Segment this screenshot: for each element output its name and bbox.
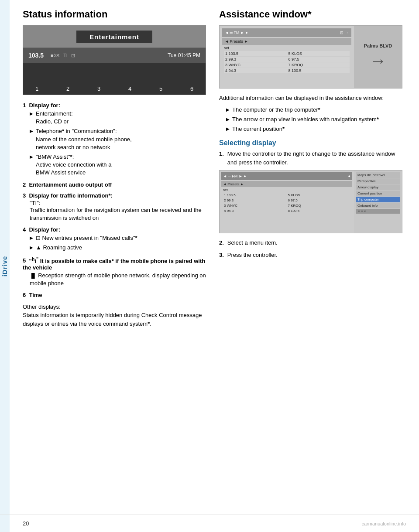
assist-cell-3: 2 99.3 — [224, 57, 287, 62]
menu-item-1: Maps dir. of travel — [356, 172, 400, 178]
assist-cell-4: 6 97.5 — [287, 57, 350, 62]
bullet-arrow-1: ▶ — [226, 107, 230, 113]
screen-num-2: 2 — [66, 85, 69, 92]
bullet-3: ▶ The current position* — [226, 125, 402, 133]
map-arrow-icon: → — [369, 51, 387, 71]
assist-screen1-right: Palms BLVD → — [354, 26, 402, 88]
menu-item-4: Current position — [356, 191, 400, 196]
right-title: Assistance window* — [219, 9, 402, 20]
right-column: Assistance window* ◄ ═ FM ► ● ⊡ → ◄ Pres… — [219, 9, 402, 328]
assistance-screen-2: ◄ ═ FM ► ● ● ◄ Presets ► set 1 103.5 5 K… — [219, 170, 402, 233]
subitem-1-2-text: Telephone* in "Communication":Name of th… — [36, 127, 132, 151]
assist-presets-bar: ◄ Presets ► — [222, 38, 351, 45]
screen-freq: 103.5 — [28, 52, 44, 59]
screen-top-area: Entertainment — [23, 26, 206, 48]
left-title: Status information — [23, 9, 206, 20]
assistance-screen-1: ◄ ═ FM ► ● ⊡ → ◄ Presets ► set 1 103.5 5… — [219, 25, 402, 89]
assist-cell-2: 5 KLOS — [287, 51, 350, 56]
arrow-icon-4: ▶ — [30, 235, 33, 241]
assist2-cell-6: 7 KROQ — [287, 203, 351, 208]
step-2-number: 2. — [219, 239, 224, 247]
screen-bottom: 1 2 3 4 5 6 — [23, 63, 206, 95]
bullet-1: ▶ The computer or the trip computer* — [226, 106, 402, 114]
screen-num-6: 6 — [190, 85, 193, 92]
bullet-2: ▶ The arrow or map view in vehicles with… — [226, 116, 402, 123]
menu-item-2: Perspective — [356, 178, 400, 184]
item-3-number: 3 Display for traffic information*: — [23, 192, 206, 199]
assist-screen2-left: ◄ ═ FM ► ● ● ◄ Presets ► set 1 103.5 5 K… — [220, 171, 354, 233]
assist2-topbar-text: ◄ ═ FM ► ● — [223, 174, 246, 178]
item-6-label: Time — [29, 292, 42, 298]
watermark-text: carmanualonline.info — [361, 521, 406, 526]
assist-corner-icon: ⊡ → — [340, 31, 349, 35]
subitem-1-3: ▶ "BMW Assist"*:Active voice connection … — [30, 153, 206, 177]
item-1-number: 1 Display for: — [23, 102, 206, 109]
item-3-detail: "TI": — [30, 200, 206, 206]
list-item-4: 4 Display for: ▶ ⊡ New entries present i… — [23, 226, 206, 252]
item-3-detail2: Traffic information for the navigation s… — [30, 206, 206, 222]
menu-item-6: Onboard info — [356, 203, 400, 208]
item-1-label: Display for: — [29, 102, 60, 109]
entertainment-label: Entertainment — [76, 31, 152, 43]
arrow-icon-1: ▶ — [30, 111, 33, 117]
screen-numbers-row: 1 2 3 4 5 6 — [28, 85, 200, 92]
sidebar-label: iDrive — [1, 256, 9, 276]
assist2-cell-3: 2 99.3 — [223, 198, 287, 203]
assist2-cell-5: 3 WNYC — [223, 203, 287, 208]
assist-cell-1: 1 103.5 — [224, 51, 287, 56]
icon-phone: ⊡ — [71, 53, 75, 58]
item-6-number: 6 Time — [23, 292, 206, 298]
item-4-number: 4 Display for: — [23, 226, 206, 233]
arrow-icon-2: ▶ — [30, 128, 33, 134]
left-column: Status information Entertainment 103.5 ■… — [23, 9, 206, 328]
step-3-text: Press the controller. — [227, 251, 278, 259]
step-1-text: Move the controller to the right to chan… — [227, 150, 402, 167]
footer: 20 carmanualonline.info — [0, 515, 419, 532]
screen-num-5: 5 — [159, 85, 162, 92]
menu-item-3: Arrow display — [356, 184, 400, 190]
bullet-1-text: The computer or the trip computer* — [232, 106, 320, 114]
item-4-subitems: ▶ ⊡ New entries present in "Missed calls… — [30, 234, 206, 252]
step-3: 3. Press the controller. — [219, 251, 402, 259]
item-5-detail: ▐▌ Reception strength of mobile phone ne… — [30, 272, 206, 287]
assist2-set-label: set — [221, 188, 352, 192]
subitem-1-1: ▶ Entertainment:Radio, CD or — [30, 110, 206, 126]
assist2-cell-1: 1 103.5 — [223, 193, 287, 198]
step-2-text: Select a menu item. — [227, 239, 278, 247]
subitem-1-2: ▶ Telephone* in "Communication":Name of … — [30, 127, 206, 151]
icon-ti: TI — [63, 53, 68, 58]
bullet-2-text: The arrow or map view in vehicles with n… — [232, 116, 379, 123]
step-1: 1. Move the controller to the right to c… — [219, 150, 402, 167]
subitem-4-1-text: ⊡ New entries present in "Missed calls"* — [36, 234, 137, 242]
assist2-cell-8: 8 100.5 — [287, 208, 351, 213]
item-1-subitems: ▶ Entertainment:Radio, CD or ▶ Telephone… — [30, 110, 206, 177]
menu-item-5-active[interactable]: Trip computer — [356, 197, 400, 202]
list-item-2: 2 Entertainment audio output off — [23, 181, 206, 188]
item-5-label: "hi" It is possible to make calls* if th… — [23, 258, 205, 271]
assist2-cell-7: 4 94.3 — [223, 208, 287, 213]
screen-time: Tue 01:45 PM — [168, 52, 200, 58]
icon-mute: ■◊✕ — [51, 53, 60, 58]
list-item-3: 3 Display for traffic information*: "TI"… — [23, 192, 206, 222]
bullet-arrow-2: ▶ — [226, 116, 230, 123]
assist-cell-7: 4 94.3 — [224, 68, 287, 73]
step-2: 2. Select a menu item. — [219, 239, 402, 247]
assist-topbar-text: ◄ ═ FM ► ● — [225, 31, 248, 35]
sidebar-tab: iDrive — [0, 0, 10, 532]
assist-freq-grid: 1 103.5 5 KLOS 2 99.3 6 97.5 3 WNYC 7 KR… — [222, 51, 351, 73]
step-3-number: 3. — [219, 251, 224, 259]
assist-cell-5: 3 WNYC — [224, 62, 287, 68]
assist2-cell-2: 5 KLOS — [287, 193, 351, 198]
assist-cell-8: 8 100.5 — [287, 68, 350, 73]
assist-topbar: ◄ ═ FM ► ● ⊡ → — [222, 28, 351, 37]
subitem-4-2: ▶ ▲ Roaming active — [30, 244, 206, 252]
screen-statusbar: 103.5 ■◊✕ TI ⊡ Tue 01:45 PM — [23, 48, 206, 63]
bullet-3-text: The current position* — [232, 125, 285, 133]
item-4-label: Display for: — [29, 226, 60, 233]
assist-screen1-left: ◄ ═ FM ► ● ⊡ → ◄ Presets ► set 1 103.5 5… — [220, 26, 354, 88]
assist-screen2-right: Maps dir. of travel Perspective Arrow di… — [354, 171, 402, 233]
assist2-presets-text: ◄ Presets ► — [223, 182, 244, 186]
screen-num-1: 1 — [35, 85, 38, 92]
assist2-corner: ● — [348, 174, 350, 178]
item-2-label: Entertainment audio output off — [29, 181, 112, 188]
